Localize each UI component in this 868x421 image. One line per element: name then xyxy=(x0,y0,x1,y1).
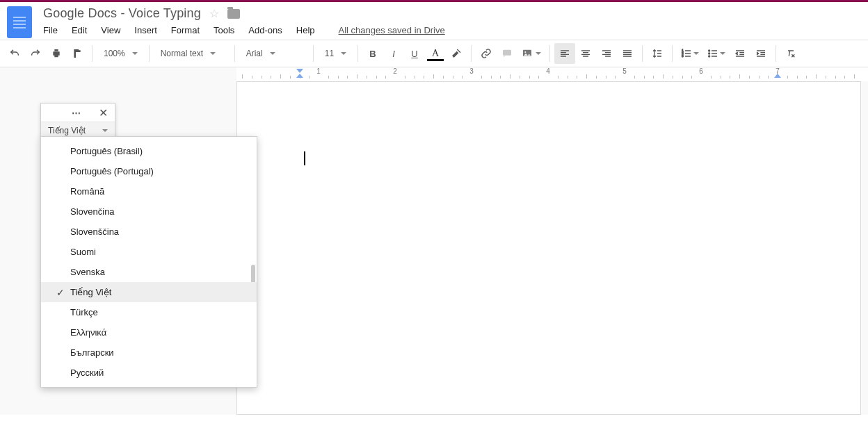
font-size-value: 11 xyxy=(325,49,334,58)
font-value: Arial xyxy=(246,49,263,58)
toolbar-separator xyxy=(471,45,472,62)
toolbar-separator xyxy=(92,45,93,62)
document-title[interactable]: Google Docs - Voice Typing xyxy=(43,6,201,21)
clear-formatting-button[interactable] xyxy=(780,43,801,64)
insert-comment-button[interactable] xyxy=(497,43,517,64)
redo-button[interactable] xyxy=(25,43,46,64)
svg-text:2: 2 xyxy=(682,51,684,55)
chevron-down-icon xyxy=(132,52,138,55)
menu-view[interactable]: View xyxy=(101,25,120,35)
svg-text:3: 3 xyxy=(682,54,684,58)
drag-handle-icon[interactable]: ⋯ xyxy=(72,108,82,118)
font-select[interactable]: Arial xyxy=(239,43,309,64)
svg-point-6 xyxy=(709,50,710,51)
line-spacing-button[interactable] xyxy=(647,43,668,64)
language-option[interactable]: Slovenčina xyxy=(41,201,257,222)
toolbar-separator xyxy=(357,45,358,62)
move-folder-icon[interactable] xyxy=(227,9,240,19)
menu-addons[interactable]: Add-ons xyxy=(248,25,282,35)
ruler-number: 2 xyxy=(393,67,397,75)
language-option-label: Български xyxy=(70,347,114,358)
language-option[interactable]: Български xyxy=(41,342,257,363)
paint-format-button[interactable] xyxy=(67,43,88,64)
horizontal-ruler[interactable]: 1234567 xyxy=(236,67,868,81)
numbered-list-button[interactable]: 123 xyxy=(677,43,703,64)
docs-app-icon[interactable] xyxy=(7,6,32,38)
ruler-number: 6 xyxy=(699,67,703,75)
text-color-swatch xyxy=(427,59,444,61)
language-option-label: Slovenščina xyxy=(70,226,119,237)
ruler-number: 3 xyxy=(469,67,474,75)
toolbar-separator xyxy=(549,45,550,62)
bulleted-list-button[interactable] xyxy=(703,43,730,64)
toolbar-separator xyxy=(775,45,776,62)
text-color-button[interactable]: A xyxy=(425,43,446,64)
language-option[interactable]: Svenska xyxy=(41,262,257,282)
paragraph-style-select[interactable]: Normal text xyxy=(154,43,230,64)
language-option[interactable]: Slovenščina xyxy=(41,222,257,242)
document-page[interactable] xyxy=(236,81,861,415)
language-option-label: Ελληνικά xyxy=(70,327,106,338)
menu-help[interactable]: Help xyxy=(296,25,315,35)
language-option[interactable]: ✓Tiếng Việt xyxy=(41,282,257,302)
chevron-down-icon xyxy=(270,52,275,55)
bold-button[interactable]: B xyxy=(362,43,383,64)
check-icon: ✓ xyxy=(56,287,65,298)
undo-button[interactable] xyxy=(4,43,25,64)
insert-link-button[interactable] xyxy=(476,43,497,64)
language-option-label: Türkçe xyxy=(70,307,98,317)
language-option-label: Русский xyxy=(70,368,104,378)
align-right-button[interactable] xyxy=(596,43,617,64)
toolbar-separator xyxy=(149,45,150,62)
text-cursor xyxy=(304,151,305,165)
language-option[interactable]: Русский xyxy=(41,363,257,383)
increase-indent-button[interactable] xyxy=(750,43,771,64)
svg-point-8 xyxy=(709,56,710,57)
chevron-down-icon xyxy=(720,52,725,55)
language-option[interactable]: Português (Brasil) xyxy=(41,141,257,161)
align-left-button[interactable] xyxy=(554,43,575,64)
menu-format[interactable]: Format xyxy=(171,25,200,35)
language-option-label: Tiếng Việt xyxy=(70,287,111,297)
toolbar-separator xyxy=(672,45,673,62)
language-option[interactable]: Română xyxy=(41,181,257,201)
highlight-color-button[interactable] xyxy=(446,43,467,64)
language-option[interactable]: Suomi xyxy=(41,242,257,262)
underline-button[interactable]: U xyxy=(404,43,425,64)
italic-button[interactable]: I xyxy=(383,43,404,64)
align-justify-button[interactable] xyxy=(617,43,638,64)
chevron-down-icon xyxy=(210,52,216,55)
voice-typing-toolbar[interactable]: ⋯ ✕ Tiếng Việt xyxy=(40,103,115,139)
align-center-button[interactable] xyxy=(575,43,596,64)
zoom-select[interactable]: 100% xyxy=(97,43,145,64)
language-option[interactable]: Português (Portugal) xyxy=(41,161,257,181)
print-button[interactable] xyxy=(46,43,67,64)
left-indent-marker[interactable] xyxy=(296,69,303,73)
star-icon[interactable]: ☆ xyxy=(209,7,219,20)
first-line-indent-marker[interactable] xyxy=(296,74,303,78)
svg-point-7 xyxy=(709,53,710,54)
right-indent-marker[interactable] xyxy=(774,74,781,78)
toolbar-separator xyxy=(234,45,235,62)
insert-image-button[interactable] xyxy=(517,43,545,64)
save-status[interactable]: All changes saved in Drive xyxy=(339,25,445,35)
svg-text:1: 1 xyxy=(682,49,684,52)
editor-area: 1234567 ⋯ ✕ Tiếng Việt Português (Brasil… xyxy=(0,67,868,415)
menu-tools[interactable]: Tools xyxy=(214,25,234,35)
language-option-label: Suomi xyxy=(70,247,96,257)
menu-insert[interactable]: Insert xyxy=(134,25,157,35)
menu-bar: File Edit View Insert Format Tools Add-o… xyxy=(43,25,861,40)
paragraph-style-value: Normal text xyxy=(161,49,203,58)
toolbar: 100% Normal text Arial 11 B I U A xyxy=(0,40,868,67)
language-option-label: Română xyxy=(70,186,104,197)
font-size-select[interactable]: 11 xyxy=(318,43,353,64)
language-option[interactable]: Türkçe xyxy=(41,302,257,322)
decrease-indent-button[interactable] xyxy=(730,43,750,64)
toolbar-separator xyxy=(313,45,314,62)
language-option-label: Português (Portugal) xyxy=(70,166,154,176)
close-icon[interactable]: ✕ xyxy=(99,106,108,119)
menu-file[interactable]: File xyxy=(43,25,58,35)
menu-edit[interactable]: Edit xyxy=(72,25,87,35)
ruler-number: 1 xyxy=(316,67,321,75)
language-option[interactable]: Ελληνικά xyxy=(41,322,257,342)
